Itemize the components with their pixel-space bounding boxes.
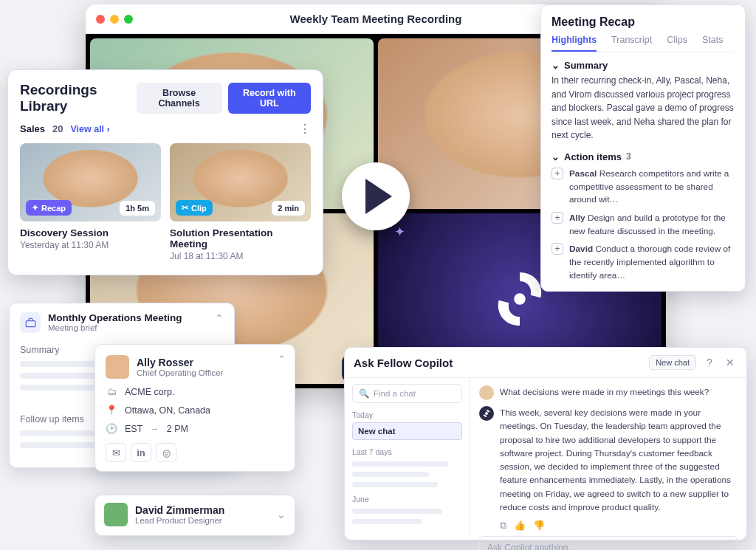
close-icon: ✕ bbox=[726, 357, 735, 368]
chevron-up-icon[interactable]: ⌃ bbox=[278, 354, 286, 365]
action-item[interactable]: + David Conduct a thorough code review o… bbox=[551, 243, 735, 282]
recap-tabs: Highlights Transcript Clips Stats bbox=[551, 35, 735, 52]
profile-company: ACME corp. bbox=[125, 387, 174, 397]
filter-count: 20 bbox=[52, 123, 63, 134]
bot-avatar-icon bbox=[479, 406, 494, 421]
placeholder-line bbox=[352, 519, 422, 524]
tab-stats[interactable]: Stats bbox=[702, 35, 724, 52]
search-chat-input[interactable]: 🔍 Find a chat bbox=[352, 384, 462, 403]
recording-card[interactable]: ✂Clip 2 min Solution Presentation Meetin… bbox=[170, 143, 311, 261]
user-message: What decisions were made in my meetings … bbox=[479, 385, 738, 400]
copilot-title: Ask Fellow Copilot bbox=[354, 357, 453, 369]
brief-subtitle: Meeting brief bbox=[48, 323, 182, 332]
view-all-link[interactable]: View all › bbox=[70, 124, 109, 134]
recordings-library-card: Recordings Library Browse Channels Recor… bbox=[7, 69, 323, 275]
chat-sidebar: 🔍 Find a chat Today New chat Last 7 days… bbox=[345, 378, 470, 540]
chat-group-today: Today bbox=[352, 410, 462, 419]
action-item[interactable]: + Pascal Research competitors and write … bbox=[551, 168, 735, 207]
envelope-icon: ✉ bbox=[112, 447, 120, 458]
profile-location: Ottawa, ON, Canada bbox=[125, 405, 210, 416]
help-button[interactable]: ? bbox=[702, 355, 717, 370]
chevron-right-icon: › bbox=[107, 124, 110, 134]
email-link[interactable]: ✉ bbox=[106, 443, 126, 462]
profile-timezone: EST bbox=[125, 424, 142, 434]
placeholder-line bbox=[352, 472, 429, 477]
chat-thread: What decisions were made in my meetings … bbox=[470, 378, 746, 540]
sparkle-icon: ✦ bbox=[32, 203, 38, 213]
thumbs-down-button[interactable]: 👎 bbox=[533, 520, 545, 532]
placeholder-line bbox=[352, 509, 442, 514]
copy-button[interactable]: ⧉ bbox=[500, 520, 506, 532]
placeholder-line bbox=[352, 482, 438, 487]
chat-list-item[interactable]: New chat bbox=[352, 422, 462, 440]
chevron-down-icon: ⌄ bbox=[551, 60, 560, 71]
copilot-panel: Ask Fellow Copilot New chat ? ✕ 🔍 Find a… bbox=[344, 347, 747, 540]
summary-section-header[interactable]: ⌄Summary bbox=[551, 60, 735, 71]
recording-timestamp: Jul 18 at 11:30 AM bbox=[170, 251, 311, 261]
actions-section-header[interactable]: ⌄ Action items 3 bbox=[551, 151, 735, 162]
linkedin-link[interactable]: in bbox=[131, 443, 151, 462]
sparkle-icon: ✦ bbox=[394, 224, 405, 240]
chevron-down-icon[interactable]: ⌄ bbox=[277, 509, 286, 520]
svg-point-5 bbox=[485, 412, 488, 415]
clip-badge: ✂Clip bbox=[176, 200, 213, 216]
chat-group-last7: Last 7 days bbox=[352, 447, 462, 456]
play-button[interactable] bbox=[342, 162, 410, 230]
linkedin-icon: in bbox=[137, 447, 145, 458]
action-item[interactable]: + Ally Design and build a prototype for … bbox=[551, 212, 735, 238]
profile-role: Lead Product Designer bbox=[135, 516, 224, 525]
recap-title: Meeting Recap bbox=[551, 16, 735, 29]
add-action-icon[interactable]: + bbox=[551, 212, 563, 224]
more-options-button[interactable]: ⋮ bbox=[299, 122, 311, 136]
recording-title: Discovery Session bbox=[20, 227, 161, 238]
message-feedback: ⧉ 👍 👎 bbox=[500, 520, 738, 532]
add-action-icon[interactable]: + bbox=[551, 243, 563, 255]
clock-icon: 🕑 bbox=[106, 423, 117, 434]
record-with-url-button[interactable]: Record with URL bbox=[228, 83, 311, 114]
tab-clips[interactable]: Clips bbox=[667, 35, 687, 52]
browse-channels-button[interactable]: Browse Channels bbox=[137, 83, 222, 114]
location-pin-icon: 📍 bbox=[106, 405, 117, 416]
filter-name: Sales bbox=[20, 123, 45, 134]
thumbs-up-button[interactable]: 👍 bbox=[514, 520, 526, 532]
user-avatar bbox=[479, 385, 494, 400]
tab-transcript[interactable]: Transcript bbox=[611, 35, 652, 52]
arrow-right-icon: → bbox=[150, 424, 159, 434]
recording-card[interactable]: ✦Recap 1h 5m Discovery Session Yesterday… bbox=[20, 143, 161, 261]
actions-count: 3 bbox=[626, 151, 631, 162]
avatar bbox=[104, 503, 128, 526]
recording-timestamp: Yesterday at 11:30 AM bbox=[20, 240, 161, 250]
copilot-input[interactable]: Ask Copilot anything... bbox=[479, 536, 738, 550]
instagram-link[interactable]: ◎ bbox=[156, 443, 176, 462]
assistant-message: This week, several key decisions were ma… bbox=[479, 406, 738, 514]
svg-rect-4 bbox=[26, 321, 35, 327]
scissors-icon: ✂ bbox=[182, 203, 188, 213]
avatar bbox=[106, 355, 129, 379]
profile-role: Chief Operating Officer bbox=[137, 368, 223, 377]
duration-badge: 1h 5m bbox=[120, 201, 155, 216]
meeting-recap-panel: Meeting Recap Highlights Transcript Clip… bbox=[540, 4, 746, 292]
instagram-icon: ◎ bbox=[162, 447, 171, 458]
close-button[interactable]: ✕ bbox=[723, 355, 738, 370]
profile-localtime: 2 PM bbox=[167, 424, 188, 434]
briefcase-icon bbox=[20, 312, 41, 333]
placeholder-line bbox=[352, 461, 449, 467]
tab-highlights[interactable]: Highlights bbox=[551, 35, 597, 52]
profile-popover-collapsed[interactable]: David Zimmerman Lead Product Designer ⌄ bbox=[94, 495, 295, 536]
new-chat-button[interactable]: New chat bbox=[649, 355, 696, 370]
profile-name: David Zimmerman bbox=[135, 504, 224, 516]
add-action-icon[interactable]: + bbox=[551, 168, 563, 179]
chevron-down-icon: ⌄ bbox=[551, 151, 560, 162]
brief-title: Monthly Operations Meeting bbox=[48, 312, 182, 323]
chat-group-june: June bbox=[352, 495, 462, 503]
company-icon: 🗂 bbox=[106, 386, 117, 397]
library-title: Recordings Library bbox=[20, 82, 137, 114]
recording-title: Solution Presentation Meeting bbox=[170, 227, 311, 250]
search-icon: 🔍 bbox=[359, 388, 369, 399]
recap-badge: ✦Recap bbox=[26, 200, 72, 216]
svg-point-0 bbox=[514, 293, 525, 304]
help-icon: ? bbox=[707, 357, 712, 368]
summary-text: In their recurring check-in, Ally, Pasca… bbox=[551, 74, 735, 142]
duration-badge: 2 min bbox=[272, 201, 305, 216]
chevron-up-icon[interactable]: ⌃ bbox=[215, 312, 224, 324]
